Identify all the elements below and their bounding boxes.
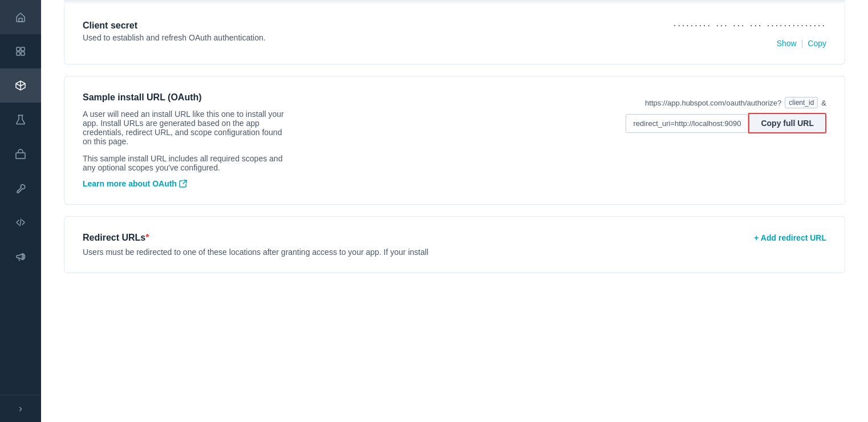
- install-url-title: Sample install URL (OAuth): [83, 92, 288, 103]
- redirect-urls-card: Redirect URLs* Users must be redirected …: [64, 216, 845, 273]
- actions-divider: |: [801, 39, 804, 48]
- learn-more-oauth-link[interactable]: Learn more about OAuth: [83, 179, 288, 188]
- sidebar-expand-button[interactable]: ›: [0, 395, 41, 422]
- sidebar-item-home[interactable]: [0, 0, 41, 34]
- client-secret-card: Client secret Used to establish and refr…: [64, 5, 845, 64]
- sidebar: ›: [0, 0, 41, 422]
- cube-icon: [14, 79, 27, 92]
- client-secret-title: Client secret: [83, 21, 674, 31]
- add-redirect-url-button[interactable]: + Add redirect URL: [754, 233, 826, 242]
- sample-install-url-card: Sample install URL (OAuth) A user will n…: [64, 76, 845, 205]
- sidebar-item-code[interactable]: [0, 205, 41, 240]
- url-client-id-chip: client_id: [785, 97, 818, 108]
- redirect-left: Redirect URLs* Users must be redirected …: [83, 233, 754, 257]
- code-icon: [14, 216, 27, 229]
- install-url-description: Sample install URL (OAuth) A user will n…: [83, 92, 288, 188]
- sidebar-item-cube[interactable]: [0, 68, 41, 103]
- shop-icon: [14, 148, 27, 160]
- tools-icon: [14, 182, 27, 194]
- url-row2: redirect_uri=http://localhost:9090 Copy …: [306, 113, 826, 133]
- megaphone-icon: [14, 250, 27, 263]
- copy-secret-button[interactable]: Copy: [808, 39, 826, 48]
- learn-more-label: Learn more about OAuth: [83, 179, 177, 188]
- url-prefix-text: https://app.hubspot.com/oauth/authorize?: [645, 99, 781, 107]
- svg-rect-5: [16, 153, 25, 159]
- install-url-right: https://app.hubspot.com/oauth/authorize?…: [306, 92, 826, 133]
- svg-rect-4: [21, 52, 25, 55]
- client-secret-right: ········· ··· ··· ··· ·············· Sho…: [674, 21, 826, 48]
- client-secret-desc: Used to establish and refresh OAuth auth…: [83, 33, 674, 42]
- redirect-urls-desc: Users must be redirected to one of these…: [83, 247, 754, 257]
- sidebar-item-lab[interactable]: [0, 103, 41, 137]
- url-row1: https://app.hubspot.com/oauth/authorize?…: [645, 97, 826, 108]
- svg-rect-2: [21, 47, 25, 51]
- apps-icon: [14, 45, 27, 58]
- required-asterisk: *: [145, 233, 149, 242]
- sidebar-item-shop[interactable]: [0, 137, 41, 171]
- redirect-urls-title: Redirect URLs*: [83, 233, 754, 243]
- home-icon: [14, 11, 27, 23]
- sidebar-item-tools[interactable]: [0, 171, 41, 205]
- sidebar-bottom: ›: [0, 395, 41, 422]
- url-redirect-input: redirect_uri=http://localhost:9090: [626, 114, 748, 133]
- svg-rect-3: [17, 52, 20, 55]
- show-secret-button[interactable]: Show: [777, 39, 797, 48]
- redirect-right: + Add redirect URL: [754, 233, 826, 243]
- client-secret-masked: ········· ··· ··· ··· ··············: [674, 21, 826, 31]
- secret-actions: Show | Copy: [777, 39, 826, 48]
- external-link-icon: [179, 180, 187, 188]
- sidebar-item-apps[interactable]: [0, 34, 41, 68]
- lab-icon: [14, 113, 27, 126]
- main-content: Client secret Used to establish and refr…: [41, 0, 868, 422]
- svg-rect-0: [19, 18, 22, 22]
- sidebar-item-megaphone[interactable]: [0, 240, 41, 274]
- client-secret-left: Client secret Used to establish and refr…: [83, 21, 674, 42]
- url-ampersand: &: [821, 99, 826, 107]
- install-url-para2: This sample install URL includes all req…: [83, 154, 288, 172]
- copy-full-url-button[interactable]: Copy full URL: [748, 113, 826, 133]
- expand-icon: ›: [19, 403, 22, 415]
- install-url-para1: A user will need an install URL like thi…: [83, 109, 288, 146]
- svg-rect-1: [17, 47, 20, 51]
